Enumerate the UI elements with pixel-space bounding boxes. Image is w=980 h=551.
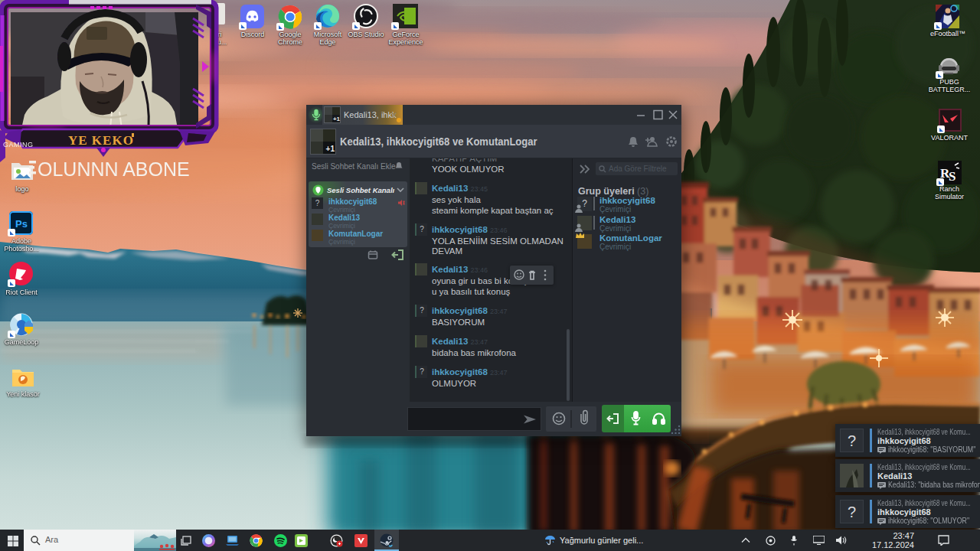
svg-text:YE KEKO: YE KEKO	[68, 133, 134, 148]
svg-text:Ps: Ps	[15, 218, 28, 230]
svg-text:S: S	[949, 169, 956, 184]
